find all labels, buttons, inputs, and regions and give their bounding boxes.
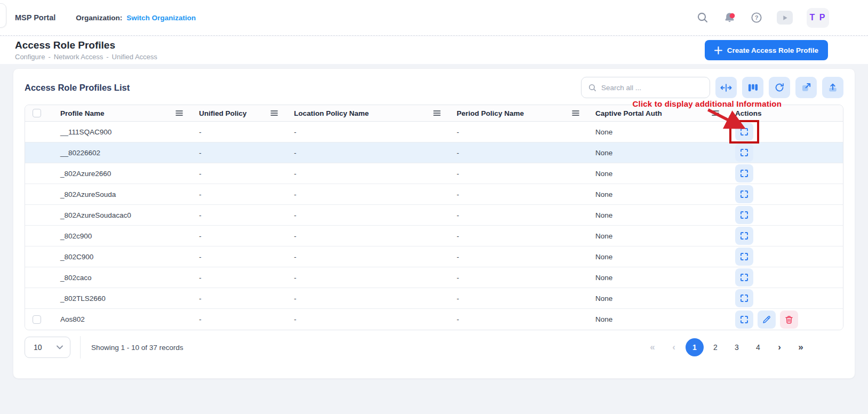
expand-row-button[interactable] bbox=[735, 144, 753, 162]
page-button-4[interactable]: 4 bbox=[748, 338, 768, 357]
expand-icon bbox=[739, 231, 749, 241]
column-label: Captive Portal Auth bbox=[595, 109, 662, 117]
edit-button[interactable] bbox=[758, 310, 776, 329]
cell-period-policy-name: - bbox=[448, 122, 587, 142]
cell-location-policy-name: - bbox=[285, 288, 448, 309]
create-access-role-profile-button[interactable]: Create Access Role Profile bbox=[705, 40, 828, 60]
pagination-bar: 10 Showing 1 - 10 of 37 records «‹1234›» bbox=[25, 336, 843, 359]
expand-row-button[interactable] bbox=[735, 206, 753, 224]
expand-row-button[interactable] bbox=[735, 164, 753, 182]
tour-play-button[interactable] bbox=[777, 11, 793, 25]
expand-row-button[interactable] bbox=[735, 268, 753, 286]
top-bar: MSP Portal Organization: Switch Organiza… bbox=[0, 0, 868, 36]
column-menu-icon[interactable] bbox=[572, 110, 579, 116]
user-avatar[interactable]: T P bbox=[807, 8, 829, 28]
column-label: Actions bbox=[735, 109, 762, 117]
cell-unified-policy: - bbox=[190, 309, 285, 330]
play-icon bbox=[782, 15, 788, 21]
refresh-button[interactable] bbox=[769, 77, 790, 98]
expand-icon bbox=[739, 293, 749, 303]
cell-captive-portal-auth: None bbox=[587, 142, 727, 163]
expand-icon bbox=[739, 169, 749, 178]
cell-period-policy-name: - bbox=[448, 288, 587, 309]
expand-row-button[interactable] bbox=[735, 289, 753, 307]
table-row[interactable]: __111SQAC900---None bbox=[25, 122, 843, 142]
cell-location-policy-name: - bbox=[285, 309, 448, 330]
table-row[interactable]: _802c900---None bbox=[25, 226, 843, 246]
pagination-divider bbox=[80, 336, 81, 359]
cell-captive-portal-auth: None bbox=[587, 226, 727, 246]
last-page-button[interactable]: » bbox=[791, 338, 810, 357]
first-page-button[interactable]: « bbox=[643, 338, 662, 357]
chevron-down-icon bbox=[57, 345, 63, 349]
columns-button[interactable] bbox=[742, 77, 763, 98]
column-menu-icon[interactable] bbox=[433, 110, 441, 116]
cell-unified-policy: - bbox=[190, 184, 285, 205]
fit-columns-icon bbox=[720, 83, 732, 92]
search-icon[interactable] bbox=[696, 11, 709, 24]
expand-row-button[interactable] bbox=[735, 185, 753, 203]
card-header: Access Role Profiles List bbox=[25, 69, 843, 98]
breadcrumb-separator: - bbox=[106, 53, 108, 61]
refresh-icon bbox=[774, 82, 785, 93]
annotation-text: Click to display additional Information bbox=[633, 99, 782, 108]
page-button-3[interactable]: 3 bbox=[727, 338, 746, 357]
column-menu-icon[interactable] bbox=[270, 110, 278, 116]
delete-button[interactable] bbox=[780, 310, 798, 329]
topbar-actions: ? T P bbox=[696, 8, 829, 28]
prev-page-button[interactable]: ‹ bbox=[664, 338, 683, 357]
cell-profile-name: _802C900 bbox=[52, 246, 190, 267]
breadcrumb-item-unified-access[interactable]: Unified Access bbox=[112, 53, 157, 61]
column-menu-icon[interactable] bbox=[712, 110, 719, 116]
notifications-bell-icon[interactable] bbox=[723, 11, 736, 25]
switch-organization-link[interactable]: Switch Organization bbox=[126, 14, 196, 22]
row-select-cell bbox=[25, 184, 52, 205]
expand-row-button[interactable] bbox=[735, 123, 753, 141]
cell-unified-policy: - bbox=[190, 163, 285, 184]
help-icon[interactable]: ? bbox=[750, 11, 763, 24]
next-page-button[interactable]: › bbox=[770, 338, 789, 357]
table-row[interactable]: _802C900---None bbox=[25, 246, 843, 267]
records-summary: Showing 1 - 10 of 37 records bbox=[91, 344, 184, 352]
table-row[interactable]: Aos802---None bbox=[25, 309, 843, 330]
row-select-cell bbox=[25, 205, 52, 226]
cell-actions bbox=[727, 142, 843, 163]
expand-row-button[interactable] bbox=[735, 248, 753, 266]
cell-captive-portal-auth: None bbox=[587, 246, 727, 267]
expand-icon bbox=[739, 252, 749, 261]
search-input[interactable] bbox=[601, 84, 703, 92]
breadcrumb-item-configure[interactable]: Configure bbox=[15, 53, 45, 61]
fit-columns-button[interactable] bbox=[715, 77, 737, 98]
select-all-header-cell bbox=[25, 105, 52, 122]
search-input-icon bbox=[588, 83, 597, 92]
select-all-checkbox[interactable] bbox=[33, 109, 41, 117]
expand-row-button[interactable] bbox=[735, 227, 753, 245]
page-size-value: 10 bbox=[34, 343, 42, 352]
table-row[interactable]: _802TLS2660---None bbox=[25, 288, 843, 309]
table-row[interactable]: _802AzureSouda---None bbox=[25, 184, 843, 205]
table-row[interactable]: _802AzureSoudacac0---None bbox=[25, 205, 843, 226]
table-row[interactable]: __80226602---None bbox=[25, 142, 843, 163]
breadcrumb: Configure-Network Access-Unified Access bbox=[15, 53, 157, 61]
cell-profile-name: __111SQAC900 bbox=[52, 122, 190, 142]
table-row[interactable]: _802Azure2660---None bbox=[25, 163, 843, 184]
page-button-2[interactable]: 2 bbox=[706, 338, 725, 357]
column-menu-icon[interactable] bbox=[176, 110, 183, 116]
expand-icon bbox=[739, 148, 749, 157]
row-select-cell bbox=[25, 246, 52, 267]
search-box[interactable] bbox=[581, 77, 710, 98]
cell-period-policy-name: - bbox=[448, 184, 587, 205]
cell-location-policy-name: - bbox=[285, 163, 448, 184]
cell-period-policy-name: - bbox=[448, 163, 587, 184]
export-button[interactable] bbox=[822, 77, 843, 98]
open-new-window-button[interactable] bbox=[795, 77, 817, 98]
table-controls bbox=[581, 77, 843, 98]
page-button-1[interactable]: 1 bbox=[686, 338, 704, 356]
columns-icon bbox=[748, 83, 758, 93]
page-size-select[interactable]: 10 bbox=[25, 337, 70, 358]
expand-row-button[interactable] bbox=[735, 310, 753, 329]
row-checkbox[interactable] bbox=[33, 315, 41, 324]
cell-location-policy-name: - bbox=[285, 142, 448, 163]
breadcrumb-item-network-access[interactable]: Network Access bbox=[54, 53, 103, 61]
table-row[interactable]: _802caco---None bbox=[25, 267, 843, 288]
